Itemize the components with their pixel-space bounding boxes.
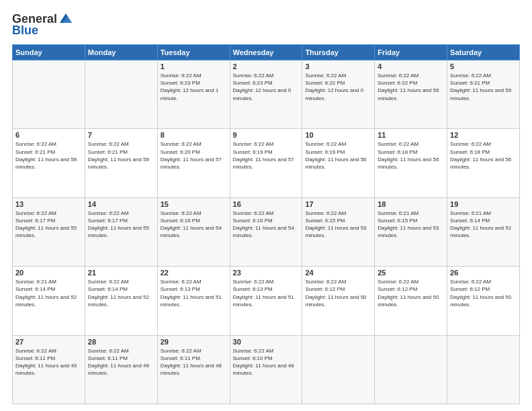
day-number: 17	[305, 200, 371, 208]
calendar-cell: 26Sunrise: 6:22 AMSunset: 6:12 PMDayligh…	[447, 267, 520, 335]
calendar-cell: 20Sunrise: 6:21 AMSunset: 6:14 PMDayligh…	[13, 267, 85, 335]
calendar-table: SundayMondayTuesdayWednesdayThursdayFrid…	[12, 44, 520, 404]
day-info: Sunrise: 6:22 AMSunset: 6:22 PMDaylight:…	[378, 72, 444, 102]
day-info: Sunrise: 6:22 AMSunset: 6:16 PMDaylight:…	[161, 210, 227, 240]
day-info: Sunrise: 6:22 AMSunset: 6:12 PMDaylight:…	[378, 278, 444, 308]
calendar-cell: 12Sunrise: 6:22 AMSunset: 6:18 PMDayligh…	[447, 129, 520, 197]
day-info: Sunrise: 6:22 AMSunset: 6:11 PMDaylight:…	[161, 347, 227, 377]
page: General Blue SundayMondayTuesdayWednesda…	[0, 0, 532, 411]
day-number: 11	[378, 131, 444, 139]
week-row-2: 6Sunrise: 6:22 AMSunset: 6:21 PMDaylight…	[13, 129, 520, 197]
calendar-cell: 23Sunrise: 6:22 AMSunset: 6:13 PMDayligh…	[230, 267, 302, 335]
day-number: 27	[15, 338, 82, 346]
header: General Blue	[12, 12, 520, 38]
day-number: 28	[88, 338, 154, 346]
day-number: 4	[378, 62, 444, 71]
day-number: 14	[88, 200, 154, 208]
calendar-cell: 29Sunrise: 6:22 AMSunset: 6:11 PMDayligh…	[157, 335, 230, 404]
day-number: 20	[15, 269, 82, 277]
day-info: Sunrise: 6:22 AMSunset: 6:23 PMDaylight:…	[233, 72, 300, 102]
logo: General Blue	[12, 12, 73, 38]
day-info: Sunrise: 6:22 AMSunset: 6:16 PMDaylight:…	[233, 210, 300, 240]
day-info: Sunrise: 6:22 AMSunset: 6:13 PMDaylight:…	[233, 278, 300, 308]
day-info: Sunrise: 6:22 AMSunset: 6:17 PMDaylight:…	[15, 210, 82, 240]
day-info: Sunrise: 6:22 AMSunset: 6:17 PMDaylight:…	[88, 210, 154, 240]
day-info: Sunrise: 6:22 AMSunset: 6:21 PMDaylight:…	[15, 140, 82, 171]
day-number: 15	[161, 200, 227, 208]
day-number: 3	[305, 62, 371, 71]
day-info: Sunrise: 6:22 AMSunset: 6:23 PMDaylight:…	[161, 72, 227, 102]
day-number: 22	[161, 269, 227, 277]
day-number: 2	[233, 62, 300, 71]
day-info: Sunrise: 6:21 AMSunset: 6:15 PMDaylight:…	[378, 210, 444, 240]
calendar-cell: 24Sunrise: 6:22 AMSunset: 6:12 PMDayligh…	[302, 267, 375, 335]
day-info: Sunrise: 6:22 AMSunset: 6:19 PMDaylight:…	[233, 140, 300, 171]
calendar-cell: 3Sunrise: 6:22 AMSunset: 6:22 PMDaylight…	[302, 60, 375, 129]
logo-icon	[58, 11, 73, 26]
day-info: Sunrise: 6:21 AMSunset: 6:14 PMDaylight:…	[15, 278, 82, 308]
calendar-cell: 16Sunrise: 6:22 AMSunset: 6:16 PMDayligh…	[230, 197, 302, 266]
day-info: Sunrise: 6:22 AMSunset: 6:15 PMDaylight:…	[305, 210, 371, 240]
day-number: 13	[15, 200, 82, 208]
day-info: Sunrise: 6:22 AMSunset: 6:14 PMDaylight:…	[88, 278, 154, 308]
week-row-3: 13Sunrise: 6:22 AMSunset: 6:17 PMDayligh…	[13, 197, 520, 266]
day-info: Sunrise: 6:22 AMSunset: 6:19 PMDaylight:…	[305, 140, 371, 171]
week-row-1: 1Sunrise: 6:22 AMSunset: 6:23 PMDaylight…	[13, 60, 520, 129]
week-row-4: 20Sunrise: 6:21 AMSunset: 6:14 PMDayligh…	[13, 267, 520, 335]
day-info: Sunrise: 6:22 AMSunset: 6:11 PMDaylight:…	[15, 347, 82, 377]
calendar-cell: 8Sunrise: 6:22 AMSunset: 6:20 PMDaylight…	[157, 129, 230, 197]
calendar-cell: 19Sunrise: 6:21 AMSunset: 6:14 PMDayligh…	[447, 197, 520, 266]
day-info: Sunrise: 6:22 AMSunset: 6:21 PMDaylight:…	[450, 72, 517, 102]
weekday-header-row: SundayMondayTuesdayWednesdayThursdayFrid…	[13, 45, 520, 60]
calendar-cell: 1Sunrise: 6:22 AMSunset: 6:23 PMDaylight…	[157, 60, 230, 129]
day-number: 24	[305, 269, 371, 277]
day-info: Sunrise: 6:22 AMSunset: 6:12 PMDaylight:…	[450, 278, 517, 308]
day-number: 30	[233, 338, 300, 346]
day-number: 16	[233, 200, 300, 208]
day-number: 6	[15, 131, 82, 139]
calendar-cell: 30Sunrise: 6:22 AMSunset: 6:10 PMDayligh…	[230, 335, 302, 404]
calendar-cell: 14Sunrise: 6:22 AMSunset: 6:17 PMDayligh…	[85, 197, 157, 266]
calendar-cell: 7Sunrise: 6:22 AMSunset: 6:21 PMDaylight…	[85, 129, 157, 197]
calendar-cell: 9Sunrise: 6:22 AMSunset: 6:19 PMDaylight…	[230, 129, 302, 197]
day-number: 5	[450, 62, 517, 71]
calendar-cell: 25Sunrise: 6:22 AMSunset: 6:12 PMDayligh…	[375, 267, 447, 335]
week-row-5: 27Sunrise: 6:22 AMSunset: 6:11 PMDayligh…	[13, 335, 520, 404]
calendar-cell: 4Sunrise: 6:22 AMSunset: 6:22 PMDaylight…	[375, 60, 447, 129]
day-number: 23	[233, 269, 300, 277]
day-info: Sunrise: 6:22 AMSunset: 6:10 PMDaylight:…	[233, 347, 300, 377]
day-number: 9	[233, 131, 300, 139]
day-info: Sunrise: 6:22 AMSunset: 6:13 PMDaylight:…	[161, 278, 227, 308]
day-number: 12	[450, 131, 517, 139]
day-number: 21	[88, 269, 154, 277]
calendar-cell: 2Sunrise: 6:22 AMSunset: 6:23 PMDaylight…	[230, 60, 302, 129]
day-number: 8	[161, 131, 227, 139]
day-number: 7	[88, 131, 154, 139]
calendar-cell: 11Sunrise: 6:22 AMSunset: 6:18 PMDayligh…	[375, 129, 447, 197]
calendar-cell: 27Sunrise: 6:22 AMSunset: 6:11 PMDayligh…	[13, 335, 85, 404]
calendar-cell: 15Sunrise: 6:22 AMSunset: 6:16 PMDayligh…	[157, 197, 230, 266]
day-info: Sunrise: 6:22 AMSunset: 6:22 PMDaylight:…	[305, 72, 371, 102]
weekday-wednesday: Wednesday	[230, 45, 302, 60]
calendar-cell: 21Sunrise: 6:22 AMSunset: 6:14 PMDayligh…	[85, 267, 157, 335]
day-number: 29	[161, 338, 227, 346]
day-info: Sunrise: 6:22 AMSunset: 6:18 PMDaylight:…	[378, 140, 444, 171]
weekday-thursday: Thursday	[302, 45, 375, 60]
calendar-cell: 28Sunrise: 6:22 AMSunset: 6:11 PMDayligh…	[85, 335, 157, 404]
calendar-cell: 18Sunrise: 6:21 AMSunset: 6:15 PMDayligh…	[375, 197, 447, 266]
calendar-cell: 6Sunrise: 6:22 AMSunset: 6:21 PMDaylight…	[13, 129, 85, 197]
day-info: Sunrise: 6:22 AMSunset: 6:12 PMDaylight:…	[305, 278, 371, 308]
weekday-saturday: Saturday	[447, 45, 520, 60]
calendar-cell: 13Sunrise: 6:22 AMSunset: 6:17 PMDayligh…	[13, 197, 85, 266]
calendar-cell	[13, 60, 85, 129]
day-number: 26	[450, 269, 517, 277]
day-info: Sunrise: 6:22 AMSunset: 6:11 PMDaylight:…	[88, 347, 154, 377]
calendar-cell	[447, 335, 520, 404]
day-info: Sunrise: 6:22 AMSunset: 6:21 PMDaylight:…	[88, 140, 154, 171]
calendar-cell: 10Sunrise: 6:22 AMSunset: 6:19 PMDayligh…	[302, 129, 375, 197]
calendar-cell	[302, 335, 375, 404]
calendar-cell: 5Sunrise: 6:22 AMSunset: 6:21 PMDaylight…	[447, 60, 520, 129]
calendar-cell	[375, 335, 447, 404]
day-number: 1	[161, 62, 227, 71]
day-info: Sunrise: 6:22 AMSunset: 6:20 PMDaylight:…	[161, 140, 227, 171]
